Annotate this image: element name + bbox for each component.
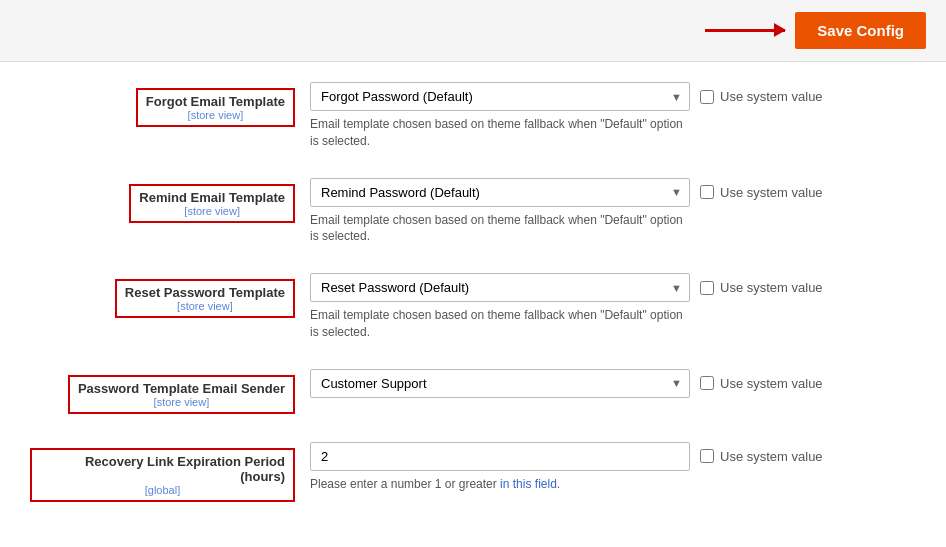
label-remind-email: Remind Email Template [store view]: [129, 184, 295, 223]
input-cell-remind-email: Remind Password (Default) ▼ Use system v…: [310, 178, 916, 246]
input-row-reset-password: Reset Password (Default) ▼ Use system va…: [310, 273, 916, 302]
form-row-recovery-link: Recovery Link Expiration Period (hours) …: [30, 442, 916, 512]
input-cell-reset-password: Reset Password (Default) ▼ Use system va…: [310, 273, 916, 341]
use-system-value-label-email-sender: Use system value: [720, 376, 823, 391]
top-bar: Save Config: [0, 0, 946, 62]
form-row-email-sender: Password Template Email Sender [store vi…: [30, 369, 916, 424]
input-cell-recovery-link: Use system value Please enter a number 1…: [310, 442, 916, 493]
checkbox-remind-email[interactable]: [700, 185, 714, 199]
arrow-line: [705, 29, 785, 32]
save-config-button[interactable]: Save Config: [795, 12, 926, 49]
input-cell-forgot-email: Forgot Password (Default) ▼ Use system v…: [310, 82, 916, 150]
form-row-remind-email: Remind Email Template [store view] Remin…: [30, 178, 916, 256]
checkbox-forgot-email[interactable]: [700, 90, 714, 104]
label-text-remind-email: Remind Email Template: [139, 190, 285, 205]
select-forgot-email[interactable]: Forgot Password (Default): [310, 82, 690, 111]
select-remind-email[interactable]: Remind Password (Default): [310, 178, 690, 207]
use-system-value-label-reset-password: Use system value: [720, 280, 823, 295]
label-recovery-link: Recovery Link Expiration Period (hours) …: [30, 448, 295, 502]
label-cell-email-sender: Password Template Email Sender [store vi…: [30, 369, 310, 414]
label-sub-recovery-link: [global]: [40, 484, 285, 496]
hint-link-recovery: in this field: [500, 477, 557, 491]
input-cell-email-sender: Customer Support ▼ Use system value: [310, 369, 916, 398]
use-system-value-remind-email: Use system value: [700, 185, 823, 200]
label-sub-email-sender: [store view]: [78, 396, 285, 408]
label-cell-forgot-email: Forgot Email Template [store view]: [30, 82, 310, 127]
select-wrapper-remind-email: Remind Password (Default) ▼: [310, 178, 690, 207]
label-reset-password: Reset Password Template [store view]: [115, 279, 295, 318]
label-sub-remind-email: [store view]: [139, 205, 285, 217]
select-reset-password[interactable]: Reset Password (Default): [310, 273, 690, 302]
use-system-value-label-forgot-email: Use system value: [720, 89, 823, 104]
hint-recovery-link: Please enter a number 1 or greater in th…: [310, 476, 690, 493]
use-system-value-email-sender: Use system value: [700, 376, 823, 391]
input-row-remind-email: Remind Password (Default) ▼ Use system v…: [310, 178, 916, 207]
label-cell-recovery-link: Recovery Link Expiration Period (hours) …: [30, 442, 310, 502]
select-email-sender[interactable]: Customer Support: [310, 369, 690, 398]
checkbox-email-sender[interactable]: [700, 376, 714, 390]
label-text-forgot-email: Forgot Email Template: [146, 94, 285, 109]
content-area: Forgot Email Template [store view] Forgo…: [0, 62, 946, 547]
label-sub-reset-password: [store view]: [125, 300, 285, 312]
use-system-value-reset-password: Use system value: [700, 280, 823, 295]
use-system-value-recovery-link: Use system value: [700, 449, 823, 464]
hint-reset-password: Email template chosen based on theme fal…: [310, 307, 690, 341]
hint-remind-email: Email template chosen based on theme fal…: [310, 212, 690, 246]
hint-forgot-email: Email template chosen based on theme fal…: [310, 116, 690, 150]
use-system-value-label-recovery-link: Use system value: [720, 449, 823, 464]
input-row-recovery-link: Use system value: [310, 442, 916, 471]
input-row-email-sender: Customer Support ▼ Use system value: [310, 369, 916, 398]
use-system-value-forgot-email: Use system value: [700, 89, 823, 104]
form-row-forgot-email: Forgot Email Template [store view] Forgo…: [30, 82, 916, 160]
label-email-sender: Password Template Email Sender [store vi…: [68, 375, 295, 414]
arrow-indicator: [705, 29, 785, 32]
label-sub-forgot-email: [store view]: [146, 109, 285, 121]
checkbox-reset-password[interactable]: [700, 281, 714, 295]
label-cell-reset-password: Reset Password Template [store view]: [30, 273, 310, 318]
label-forgot-email: Forgot Email Template [store view]: [136, 88, 295, 127]
label-cell-remind-email: Remind Email Template [store view]: [30, 178, 310, 223]
select-wrapper-forgot-email: Forgot Password (Default) ▼: [310, 82, 690, 111]
label-text-email-sender: Password Template Email Sender: [78, 381, 285, 396]
label-text-recovery-link: Recovery Link Expiration Period (hours): [85, 454, 285, 484]
form-row-reset-password: Reset Password Template [store view] Res…: [30, 273, 916, 351]
use-system-value-label-remind-email: Use system value: [720, 185, 823, 200]
label-text-reset-password: Reset Password Template: [125, 285, 285, 300]
input-row-forgot-email: Forgot Password (Default) ▼ Use system v…: [310, 82, 916, 111]
checkbox-recovery-link[interactable]: [700, 449, 714, 463]
page-wrapper: Save Config Forgot Email Template [store…: [0, 0, 946, 547]
select-wrapper-email-sender: Customer Support ▼: [310, 369, 690, 398]
select-wrapper-reset-password: Reset Password (Default) ▼: [310, 273, 690, 302]
input-recovery-link[interactable]: [310, 442, 690, 471]
